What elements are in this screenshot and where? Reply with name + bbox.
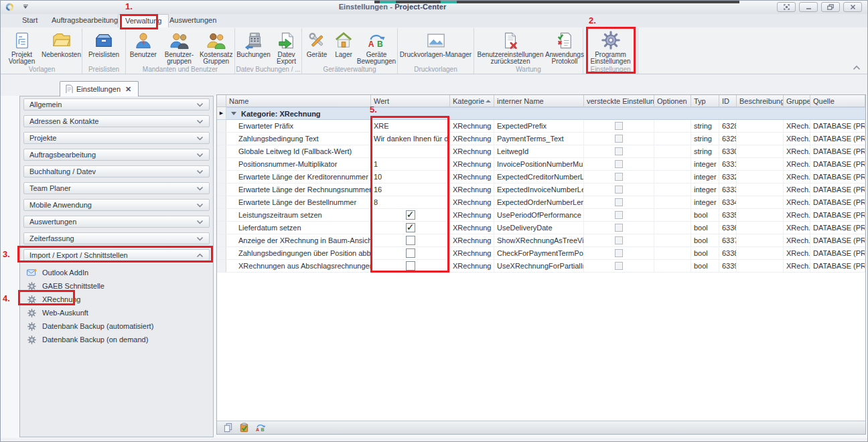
collapse-group-icon[interactable] <box>231 112 236 115</box>
sidebar-section[interactable]: Mobile Anwendung <box>23 199 210 211</box>
ribbon-group-mandanten-und-benutzer: Benutzer Benutzer-gruppen Kostensatz Gru… <box>126 28 235 74</box>
ribbon-item-projekt-vorlagen[interactable]: Projekt Vorlagen <box>3 29 42 65</box>
sidebar-item[interactable]: GAEB Schnittstelle <box>20 279 213 293</box>
hidden-setting-checkbox[interactable] <box>615 249 623 257</box>
ribbon-item-benutzergruppen[interactable]: Benutzer-gruppen <box>161 29 198 65</box>
column-header-versteckte-einstellung[interactable]: versteckte Einstellung <box>584 95 654 106</box>
copy-button[interactable] <box>222 422 234 433</box>
column-header-optionen[interactable]: Optionen <box>654 95 691 106</box>
column-header-kategorie[interactable]: Kategorie <box>450 95 494 106</box>
tab-auswertungen[interactable]: Auswertungen <box>163 14 223 27</box>
cell-wert[interactable]: Wir danken Ihnen für dies... <box>371 133 450 145</box>
hidden-setting-checkbox[interactable] <box>615 224 623 232</box>
collapse-ribbon-button[interactable] <box>853 64 861 72</box>
cell-wert[interactable]: 16 <box>371 183 450 196</box>
table-row[interactable]: Erwartete Länge der Kreditorennummer10XR… <box>217 171 865 183</box>
ribbon-item-programm-einstellungen[interactable]: Programm Einstellungen <box>585 29 636 65</box>
sidebar-section[interactable]: Auftragsbearbeitung <box>23 149 210 161</box>
ribbon-item-nebenkosten[interactable]: Nebenkosten <box>42 29 82 58</box>
hidden-setting-checkbox[interactable] <box>615 147 623 155</box>
column-header-beschreibung[interactable]: Beschreibung <box>737 95 784 106</box>
ribbon-item-geraete[interactable]: Geräte <box>303 29 331 58</box>
table-row[interactable]: Leistungszeitraum setzenXRechnungUsePeri… <box>217 209 865 222</box>
hidden-setting-checkbox[interactable] <box>615 211 623 219</box>
sidebar-item-label: GAEB Schnittstelle <box>42 282 104 290</box>
column-header-id[interactable]: ID <box>719 95 737 106</box>
tab-start[interactable]: Start <box>15 14 44 27</box>
table-row[interactable]: Globale Leitweg Id (Fallback-Wert)XRechn… <box>217 145 865 158</box>
hidden-setting-checkbox[interactable] <box>615 262 623 270</box>
movements-button[interactable]: AB <box>255 422 266 433</box>
table-row[interactable]: Erwarteter PräfixXREXRechnungExpectedPre… <box>217 120 865 133</box>
ribbon-item-kostensatz-gruppen[interactable]: Kostensatz Gruppen <box>198 29 234 65</box>
table-row[interactable]: XRechnungen aus Abschlagsrechnungen erst… <box>217 260 865 273</box>
fullscreen-button[interactable] <box>777 2 796 12</box>
cell-interner-name: CheckForPaymentTermPosition <box>494 247 584 259</box>
cell-wert[interactable]: 10 <box>371 171 450 183</box>
column-header-name[interactable]: Name <box>226 95 371 106</box>
hidden-setting-checkbox[interactable] <box>615 186 623 194</box>
close-tab-icon[interactable]: ✕ <box>124 85 133 94</box>
column-header-gruppe[interactable]: Gruppe <box>784 95 810 106</box>
cell-wert[interactable]: 1 <box>371 158 450 170</box>
restore-button[interactable] <box>821 2 840 12</box>
sidebar-item[interactable]: Datenbank Backup (automatisiert) <box>20 319 213 333</box>
sidebar-section[interactable]: Projekte <box>23 132 210 144</box>
table-row[interactable]: Lieferdatum setzenXRechnungUseDeliveryDa… <box>217 222 865 234</box>
tab-auftragsbearbeitung[interactable]: Auftragsbearbeitung <box>45 14 125 27</box>
hidden-setting-checkbox[interactable] <box>615 160 623 168</box>
ribbon-item-geraete-bewegungen[interactable]: AB Geräte Bewegungen <box>356 29 396 65</box>
ribbon-item-druckvorlagen-manager[interactable]: Druckvorlagen-Manager <box>399 29 474 58</box>
minimize-button[interactable] <box>799 2 818 12</box>
ribbon-item-lager[interactable]: Lager <box>331 29 356 58</box>
sidebar-item[interactable]: Web-Auskunft <box>20 306 213 319</box>
sidebar-section[interactable]: Adressen & Kontakte <box>23 115 210 127</box>
ribbon-item-datev-export[interactable]: Datev Export <box>272 29 301 65</box>
table-row[interactable]: Erwartete Länge der Bestellnummer8XRechn… <box>217 196 865 209</box>
sidebar-section[interactable]: Allgemein <box>23 98 210 110</box>
close-button[interactable] <box>843 2 862 12</box>
sidebar-item[interactable]: XRechnung <box>20 293 213 306</box>
group-row[interactable]: ▶ Kategorie: XRechnung <box>217 107 865 120</box>
table-row[interactable]: Erwartete Länge der Rechnungsnummer16XRe… <box>217 183 865 196</box>
value-checkbox[interactable] <box>406 248 415 258</box>
sidebar-section[interactable]: Import / Export / Schnittstellen <box>23 249 210 261</box>
column-header-interner-name[interactable]: interner Name <box>494 95 584 106</box>
tab-verwaltung[interactable]: Verwaltung <box>118 14 169 27</box>
table-row[interactable]: Positionsnummer-Multiplikator1XRechnungI… <box>217 158 865 171</box>
column-header-quelle[interactable]: Quelle <box>810 95 865 106</box>
column-header-wert[interactable]: Wert <box>371 95 450 106</box>
cell-wert[interactable]: XRE <box>371 120 450 132</box>
table-row[interactable]: Anzeige der XRechnung in Baum-AnsichtXRe… <box>217 234 865 247</box>
sidebar-item[interactable]: Datenbank Backup (on demand) <box>20 333 213 346</box>
value-checkbox[interactable] <box>406 261 415 271</box>
sidebar-section[interactable]: Auswertungen <box>23 216 210 228</box>
cell-wert[interactable]: 8 <box>371 196 450 208</box>
ribbon-item-buchungen[interactable]: Buchungen <box>236 29 272 58</box>
cell-wert[interactable] <box>371 145 450 157</box>
sidebar-section[interactable]: Buchhaltung / Datev <box>23 165 210 177</box>
ribbon-item-anwendungs-protokoll[interactable]: Anwendungs Protokoll <box>547 29 583 65</box>
table-row[interactable]: Zahlungsbedingung TextWir danken Ihnen f… <box>217 133 865 145</box>
value-checkbox[interactable] <box>406 236 415 245</box>
sidebar-item[interactable]: Outlook AddIn <box>20 266 213 279</box>
hidden-setting-checkbox[interactable] <box>615 173 623 181</box>
sidebar-section[interactable]: Zeiterfassung <box>23 232 210 244</box>
tab-einstellungen-document[interactable]: Einstellungen ✕ <box>60 81 139 96</box>
value-checkbox[interactable] <box>406 223 415 232</box>
cell-quelle: DATABASE (PR... <box>810 209 865 221</box>
table-row[interactable]: Zahlungsbedingungen über Position abbild… <box>217 247 865 260</box>
column-header-typ[interactable]: Typ <box>691 95 719 106</box>
value-checkbox[interactable] <box>406 210 415 220</box>
hidden-setting-checkbox[interactable] <box>615 135 623 143</box>
cell-name: Erwartete Länge der Kreditorennummer <box>226 171 371 183</box>
validate-button[interactable] <box>238 422 250 433</box>
ribbon-item-benutzereinstellungen-zuruecksetzen[interactable]: Benutzereinstellungen zurücksetzen <box>474 29 547 65</box>
ribbon-item-benutzer[interactable]: Benutzer <box>126 29 161 58</box>
hidden-setting-checkbox[interactable] <box>615 236 623 244</box>
ribbon-item-preislisten[interactable]: Preislisten <box>83 29 125 58</box>
sidebar-section[interactable]: Team Planer <box>23 182 210 194</box>
cell-id: 6337 <box>719 234 737 246</box>
hidden-setting-checkbox[interactable] <box>615 122 623 130</box>
hidden-setting-checkbox[interactable] <box>615 198 623 206</box>
